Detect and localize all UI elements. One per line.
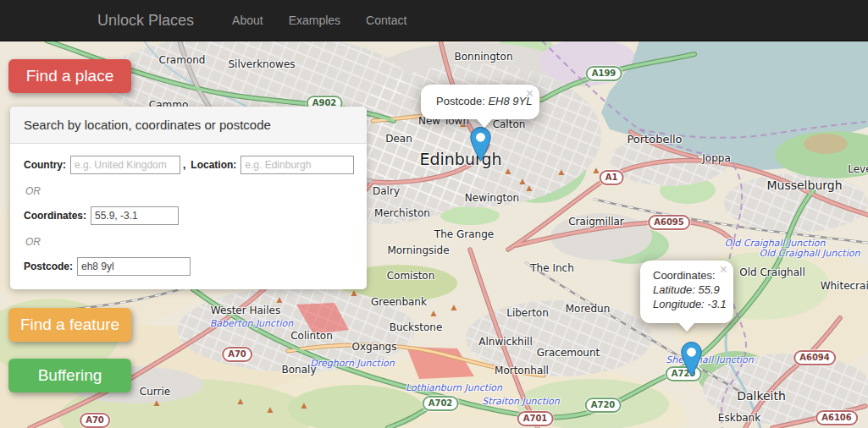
find-place-button[interactable]: Find a place [8,59,131,93]
popup-postcode: Postcode: EH8 9YL × [421,85,539,119]
search-panel-body: Country: , Location: OR Coordinates: OR … [10,144,367,289]
country-input[interactable] [70,156,180,174]
map-marker-postcode[interactable] [470,127,491,162]
nav-links: AboutExamplesContact [219,14,419,27]
country-label: Country: [24,159,66,171]
search-panel-title: Search by location, coordinates or postc… [10,107,367,144]
nav-link-about[interactable]: About [219,14,276,27]
postcode-input[interactable] [77,257,191,276]
location-label: Location: [191,159,236,171]
popup-latitude: Latitude: 55.9 [653,283,733,297]
location-input[interactable] [240,156,354,174]
comma-separator: , [183,159,185,171]
popup-tail [476,118,493,128]
brand-title[interactable]: Unlock Places [97,12,194,30]
close-icon[interactable]: × [720,262,727,277]
nav-link-contact[interactable]: Contact [353,14,419,27]
close-icon[interactable]: × [526,86,534,102]
find-feature-button[interactable]: Find a feature [8,308,131,342]
coordinates-label: Coordinates: [24,210,86,222]
popup-longitude: Longitude: -3.1 [653,297,733,311]
popup-postcode-text: Postcode: EH8 9YL [421,85,539,107]
page: Unlock Places AboutExamplesContact [0,0,868,428]
or-divider: OR [25,185,353,197]
popup-coordinates: Coordinates: Latitude: 55.9 Longitude: -… [640,261,733,323]
buffering-button[interactable]: Buffering [8,359,131,392]
search-panel: Search by location, coordinates or postc… [10,107,367,289]
popup-tail [678,322,695,332]
nav-link-examples[interactable]: Examples [276,14,353,27]
coordinates-input[interactable] [91,206,179,225]
navbar: Unlock Places AboutExamplesContact [0,0,868,41]
or-divider: OR [25,236,353,248]
postcode-label: Postcode: [24,261,73,272]
map-marker-coordinates[interactable] [681,342,702,376]
